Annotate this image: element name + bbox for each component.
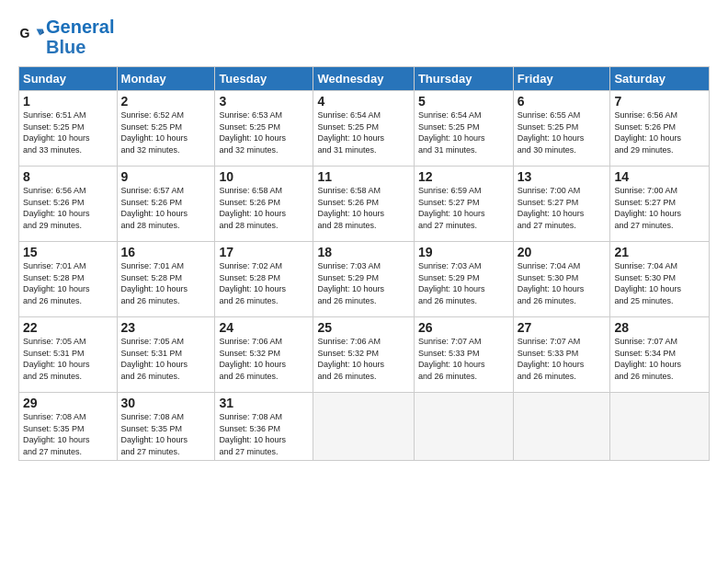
day-info: Sunrise: 7:05 AM Sunset: 5:31 PM Dayligh… [121, 336, 211, 382]
day-number: 6 [518, 94, 607, 109]
calendar-header-row: SundayMondayTuesdayWednesdayThursdayFrid… [19, 67, 710, 91]
calendar-cell [610, 393, 710, 461]
day-number: 30 [121, 396, 211, 410]
calendar-body: 1Sunrise: 6:51 AM Sunset: 5:25 PM Daylig… [19, 91, 710, 461]
calendar-cell: 1Sunrise: 6:51 AM Sunset: 5:25 PM Daylig… [19, 91, 118, 167]
calendar-cell: 8Sunrise: 6:56 AM Sunset: 5:26 PM Daylig… [19, 167, 118, 242]
calendar-cell [414, 393, 513, 461]
day-info: Sunrise: 6:58 AM Sunset: 5:26 PM Dayligh… [219, 185, 309, 231]
day-number: 20 [518, 245, 607, 259]
calendar-cell: 5Sunrise: 6:54 AM Sunset: 5:25 PM Daylig… [414, 91, 513, 167]
calendar-cell: 31Sunrise: 7:08 AM Sunset: 5:36 PM Dayli… [215, 393, 313, 461]
day-info: Sunrise: 6:54 AM Sunset: 5:25 PM Dayligh… [418, 109, 509, 155]
day-number: 22 [23, 320, 113, 335]
calendar-cell: 28Sunrise: 7:07 AM Sunset: 5:34 PM Dayli… [610, 317, 710, 393]
day-info: Sunrise: 6:56 AM Sunset: 5:26 PM Dayligh… [23, 185, 113, 231]
svg-text:G: G [19, 26, 29, 40]
day-number: 7 [614, 94, 705, 109]
day-number: 1 [23, 94, 113, 109]
header: G General Blue [18, 17, 710, 57]
day-info: Sunrise: 7:03 AM Sunset: 5:29 PM Dayligh… [418, 260, 509, 306]
calendar-cell: 4Sunrise: 6:54 AM Sunset: 5:25 PM Daylig… [313, 91, 414, 167]
day-info: Sunrise: 6:56 AM Sunset: 5:26 PM Dayligh… [614, 109, 705, 155]
day-info: Sunrise: 6:58 AM Sunset: 5:26 PM Dayligh… [317, 185, 409, 231]
day-number: 23 [121, 320, 211, 335]
calendar-cell: 21Sunrise: 7:04 AM Sunset: 5:30 PM Dayli… [610, 242, 710, 317]
logo-text: General Blue [46, 17, 114, 57]
logo: G General Blue [18, 17, 114, 57]
day-number: 28 [614, 320, 705, 335]
day-info: Sunrise: 7:01 AM Sunset: 5:28 PM Dayligh… [23, 260, 113, 306]
calendar-cell: 22Sunrise: 7:05 AM Sunset: 5:31 PM Dayli… [19, 317, 118, 393]
calendar-cell: 24Sunrise: 7:06 AM Sunset: 5:32 PM Dayli… [215, 317, 313, 393]
calendar-cell: 14Sunrise: 7:00 AM Sunset: 5:27 PM Dayli… [610, 167, 710, 242]
day-number: 18 [317, 245, 409, 259]
calendar-week-row: 22Sunrise: 7:05 AM Sunset: 5:31 PM Dayli… [19, 317, 710, 393]
calendar-cell: 20Sunrise: 7:04 AM Sunset: 5:30 PM Dayli… [513, 242, 610, 317]
calendar-week-row: 15Sunrise: 7:01 AM Sunset: 5:28 PM Dayli… [19, 242, 710, 317]
calendar-cell: 15Sunrise: 7:01 AM Sunset: 5:28 PM Dayli… [19, 242, 118, 317]
calendar-week-row: 1Sunrise: 6:51 AM Sunset: 5:25 PM Daylig… [19, 91, 710, 167]
day-number: 31 [219, 396, 309, 410]
day-number: 16 [121, 245, 211, 259]
day-info: Sunrise: 6:57 AM Sunset: 5:26 PM Dayligh… [121, 185, 211, 231]
day-number: 17 [219, 245, 309, 259]
day-info: Sunrise: 6:51 AM Sunset: 5:25 PM Dayligh… [23, 109, 113, 155]
day-number: 11 [317, 169, 409, 184]
calendar-week-row: 29Sunrise: 7:08 AM Sunset: 5:35 PM Dayli… [19, 393, 710, 461]
weekday-header: Friday [513, 67, 610, 91]
day-number: 12 [418, 169, 509, 184]
day-info: Sunrise: 7:00 AM Sunset: 5:27 PM Dayligh… [614, 185, 705, 231]
calendar-cell: 10Sunrise: 6:58 AM Sunset: 5:26 PM Dayli… [215, 167, 313, 242]
calendar-cell: 16Sunrise: 7:01 AM Sunset: 5:28 PM Dayli… [117, 242, 215, 317]
day-info: Sunrise: 7:03 AM Sunset: 5:29 PM Dayligh… [317, 260, 409, 306]
calendar-cell: 18Sunrise: 7:03 AM Sunset: 5:29 PM Dayli… [313, 242, 414, 317]
day-number: 25 [317, 320, 409, 335]
day-number: 19 [418, 245, 509, 259]
day-number: 21 [614, 245, 705, 259]
calendar-cell: 25Sunrise: 7:06 AM Sunset: 5:32 PM Dayli… [313, 317, 414, 393]
day-number: 13 [518, 169, 607, 184]
calendar-cell: 26Sunrise: 7:07 AM Sunset: 5:33 PM Dayli… [414, 317, 513, 393]
calendar-cell [313, 393, 414, 461]
day-info: Sunrise: 6:59 AM Sunset: 5:27 PM Dayligh… [418, 185, 509, 231]
calendar-cell: 2Sunrise: 6:52 AM Sunset: 5:25 PM Daylig… [117, 91, 215, 167]
weekday-header: Wednesday [313, 67, 414, 91]
day-info: Sunrise: 7:02 AM Sunset: 5:28 PM Dayligh… [219, 260, 309, 306]
logo-icon: G [18, 24, 44, 50]
calendar-cell: 3Sunrise: 6:53 AM Sunset: 5:25 PM Daylig… [215, 91, 313, 167]
day-number: 14 [614, 169, 705, 184]
day-info: Sunrise: 7:07 AM Sunset: 5:33 PM Dayligh… [518, 336, 607, 382]
day-number: 10 [219, 169, 309, 184]
day-info: Sunrise: 7:07 AM Sunset: 5:33 PM Dayligh… [418, 336, 509, 382]
day-info: Sunrise: 7:06 AM Sunset: 5:32 PM Dayligh… [317, 336, 409, 382]
weekday-header: Tuesday [215, 67, 313, 91]
calendar-table: SundayMondayTuesdayWednesdayThursdayFrid… [18, 66, 710, 461]
day-number: 9 [121, 169, 211, 184]
day-info: Sunrise: 7:06 AM Sunset: 5:32 PM Dayligh… [219, 336, 309, 382]
day-info: Sunrise: 7:05 AM Sunset: 5:31 PM Dayligh… [23, 336, 113, 382]
calendar-cell: 6Sunrise: 6:55 AM Sunset: 5:25 PM Daylig… [513, 91, 610, 167]
day-number: 26 [418, 320, 509, 335]
day-info: Sunrise: 7:00 AM Sunset: 5:27 PM Dayligh… [518, 185, 607, 231]
day-info: Sunrise: 7:08 AM Sunset: 5:35 PM Dayligh… [23, 411, 113, 457]
day-number: 15 [23, 245, 113, 259]
calendar-cell: 17Sunrise: 7:02 AM Sunset: 5:28 PM Dayli… [215, 242, 313, 317]
calendar-week-row: 8Sunrise: 6:56 AM Sunset: 5:26 PM Daylig… [19, 167, 710, 242]
day-info: Sunrise: 6:52 AM Sunset: 5:25 PM Dayligh… [121, 109, 211, 155]
calendar-cell [513, 393, 610, 461]
calendar-cell: 29Sunrise: 7:08 AM Sunset: 5:35 PM Dayli… [19, 393, 118, 461]
day-info: Sunrise: 7:08 AM Sunset: 5:36 PM Dayligh… [219, 411, 309, 457]
day-info: Sunrise: 7:04 AM Sunset: 5:30 PM Dayligh… [518, 260, 607, 306]
calendar-cell: 23Sunrise: 7:05 AM Sunset: 5:31 PM Dayli… [117, 317, 215, 393]
day-number: 29 [23, 396, 113, 410]
calendar-cell: 7Sunrise: 6:56 AM Sunset: 5:26 PM Daylig… [610, 91, 710, 167]
weekday-header: Saturday [610, 67, 710, 91]
day-number: 2 [121, 94, 211, 109]
calendar-cell: 11Sunrise: 6:58 AM Sunset: 5:26 PM Dayli… [313, 167, 414, 242]
day-info: Sunrise: 7:04 AM Sunset: 5:30 PM Dayligh… [614, 260, 705, 306]
day-info: Sunrise: 6:54 AM Sunset: 5:25 PM Dayligh… [317, 109, 409, 155]
day-number: 24 [219, 320, 309, 335]
day-info: Sunrise: 6:53 AM Sunset: 5:25 PM Dayligh… [219, 109, 309, 155]
calendar-cell: 9Sunrise: 6:57 AM Sunset: 5:26 PM Daylig… [117, 167, 215, 242]
